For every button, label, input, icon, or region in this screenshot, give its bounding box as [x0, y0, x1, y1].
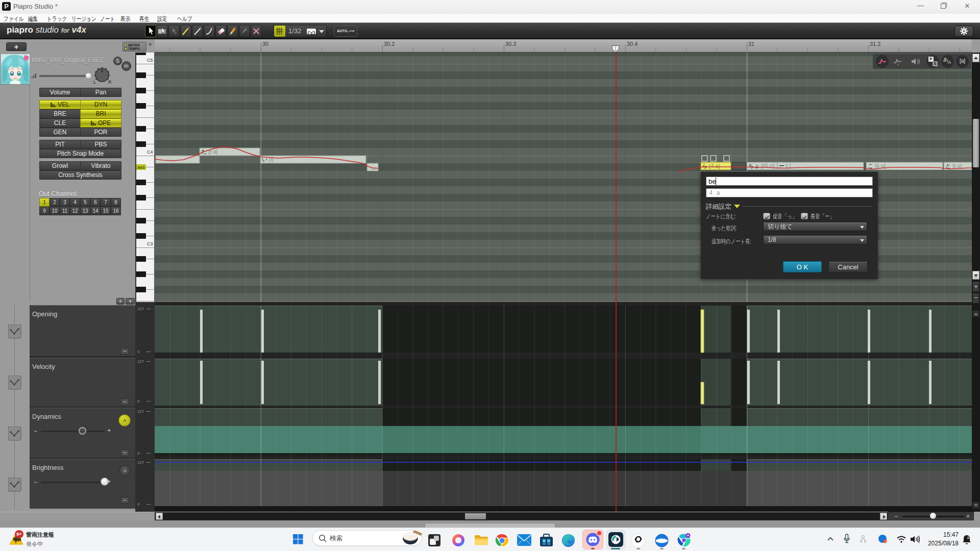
svg-text:3: 3	[310, 31, 313, 36]
svg-text:z: z	[967, 536, 969, 539]
svg-text:L: L	[93, 80, 96, 85]
svg-text:A#3: A#3	[137, 165, 145, 170]
svg-text:R: R	[108, 80, 111, 85]
svg-text:P: P	[4, 3, 9, 10]
svg-text:v: v	[897, 63, 899, 66]
svg-text:C5: C5	[147, 58, 153, 63]
svg-text:と [t o]: と [t o]	[945, 163, 962, 169]
svg-text:ら [4 a]: ら [4 a]	[702, 163, 720, 169]
svg-text:C3: C3	[147, 241, 153, 246]
svg-text:C4: C4	[147, 149, 153, 155]
